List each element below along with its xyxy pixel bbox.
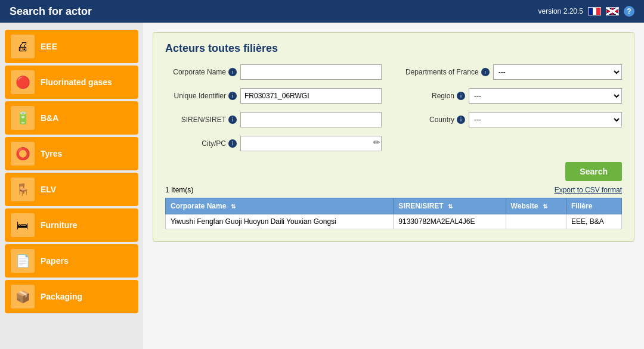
ba-icon: 🔋	[11, 106, 35, 130]
sidebar-item-label-packaging: Packaging	[41, 292, 82, 302]
region-row: Region i ---	[405, 88, 622, 104]
table-header-row: Corporate Name ⇅ SIREN/SIRET ⇅ Website ⇅	[166, 198, 622, 214]
unique-identifier-input[interactable]	[240, 88, 382, 104]
city-pc-label: City/PC i	[165, 139, 237, 148]
results-table: Corporate Name ⇅ SIREN/SIRET ⇅ Website ⇅	[165, 198, 622, 229]
results-count: 1 Item(s)	[165, 186, 193, 194]
siren-siret-input[interactable]	[240, 112, 382, 127]
form-col-right: Departments of France i --- Region i	[405, 64, 622, 155]
departments-row: Departments of France i ---	[405, 64, 622, 80]
siren-siret-row: SIREN/SIRET i	[165, 112, 382, 127]
tyres-icon: ⭕	[11, 142, 35, 166]
panel-title: Acteurs toutes filières	[165, 42, 622, 55]
sidebar-item-label-tyres: Tyres	[41, 149, 62, 159]
sidebar-item-label-ba: B&A	[41, 113, 58, 123]
siren-siret-info-icon[interactable]: i	[228, 116, 237, 124]
departments-label: Departments of France i	[405, 68, 490, 76]
papers-icon: 📄	[11, 249, 35, 273]
sidebar-item-packaging[interactable]: 📦 Packaging	[5, 280, 138, 313]
country-row: Country i ---	[405, 112, 622, 127]
sidebar-item-furniture[interactable]: 🛏 Furniture	[5, 208, 138, 242]
corporate-name-info-icon[interactable]: i	[228, 68, 237, 76]
fluorinated-gases-icon: 🔴	[11, 70, 35, 94]
sidebar-item-label-papers: Papers	[41, 256, 69, 266]
flag-fr-icon[interactable]	[588, 7, 601, 15]
form-grid: Corporate Name i Unique Identifier i	[165, 64, 622, 155]
main-layout: 🖨 EEE 🔴 Fluorinated gases 🔋 B&A ⭕ Tyres …	[0, 23, 644, 349]
region-label: Region i	[405, 92, 465, 100]
furniture-icon: 🛏	[11, 213, 35, 237]
content-area: Acteurs toutes filières Corporate Name i…	[143, 23, 644, 349]
cell-siren_siret: 91330782MA2EAL4J6E	[394, 214, 506, 229]
sidebar-item-fluorinated-gases[interactable]: 🔴 Fluorinated gases	[5, 66, 138, 99]
unique-identifier-label: Unique Identifier i	[165, 92, 237, 100]
flag-uk-icon[interactable]	[606, 7, 619, 15]
sort-website-icon: ⇅	[543, 203, 547, 210]
unique-identifier-info-icon[interactable]: i	[228, 92, 237, 100]
col-corporate-name[interactable]: Corporate Name ⇅	[166, 198, 394, 214]
sort-siren-icon: ⇅	[448, 203, 453, 210]
sidebar-item-ba[interactable]: 🔋 B&A	[5, 101, 138, 135]
page-title: Search for actor	[10, 5, 92, 18]
top-bar-right: version 2.20.5 ?	[538, 6, 634, 17]
siren-siret-label: SIREN/SIRET i	[165, 116, 237, 124]
sidebar-item-elv[interactable]: 🪑 ELV	[5, 173, 138, 206]
col-siren-siret[interactable]: SIREN/SIRET ⇅	[394, 198, 506, 214]
country-select[interactable]: ---	[469, 112, 622, 127]
search-btn-row: Search	[165, 162, 622, 181]
sidebar-item-label-fluorinated-gases: Fluorinated gases	[41, 77, 112, 88]
city-pc-input-wrapper: ✏	[240, 136, 382, 151]
results-header: 1 Item(s) Export to CSV format	[165, 186, 622, 194]
search-panel: Acteurs toutes filières Corporate Name i…	[153, 32, 634, 242]
city-pc-row: City/PC i ✏	[165, 136, 382, 151]
city-pc-input[interactable]	[240, 136, 382, 151]
departments-select[interactable]: ---	[493, 64, 622, 80]
cell-website	[506, 214, 566, 229]
form-col-left: Corporate Name i Unique Identifier i	[165, 64, 382, 155]
cell-filiere: EEE, B&A	[566, 214, 621, 229]
col-filiere[interactable]: Filière	[566, 198, 621, 214]
sidebar: 🖨 EEE 🔴 Fluorinated gases 🔋 B&A ⭕ Tyres …	[0, 23, 143, 349]
country-info-icon[interactable]: i	[457, 116, 465, 124]
corporate-name-row: Corporate Name i	[165, 64, 382, 80]
top-bar: Search for actor version 2.20.5 ?	[0, 0, 644, 23]
sidebar-item-label-elv: ELV	[41, 185, 56, 195]
city-pc-edit-button[interactable]: ✏	[373, 138, 380, 147]
sidebar-item-label-furniture: Furniture	[41, 220, 77, 230]
corporate-name-input[interactable]	[240, 64, 382, 80]
sidebar-item-papers[interactable]: 📄 Papers	[5, 244, 138, 278]
unique-identifier-row: Unique Identifier i	[165, 88, 382, 104]
elv-icon: 🪑	[11, 177, 35, 201]
region-info-icon[interactable]: i	[457, 92, 465, 100]
sidebar-item-tyres[interactable]: ⭕ Tyres	[5, 137, 138, 170]
departments-info-icon[interactable]: i	[481, 68, 490, 76]
table-row: Yiwushi Fengfan Guoji Huoyun Daili Youxi…	[166, 214, 622, 229]
help-icon[interactable]: ?	[624, 6, 634, 17]
export-csv-link[interactable]: Export to CSV format	[555, 186, 622, 194]
packaging-icon: 📦	[11, 285, 35, 309]
table-body: Yiwushi Fengfan Guoji Huoyun Daili Youxi…	[166, 214, 622, 229]
eee-icon: 🖨	[11, 35, 35, 58]
sidebar-item-label-eee: EEE	[41, 42, 57, 52]
sort-corporate-name-icon: ⇅	[231, 203, 236, 210]
country-label: Country i	[405, 116, 465, 124]
city-pc-info-icon[interactable]: i	[228, 139, 237, 148]
cell-corporate_name: Yiwushi Fengfan Guoji Huoyun Daili Youxi…	[166, 214, 394, 229]
version-text: version 2.20.5	[538, 7, 583, 15]
table-header: Corporate Name ⇅ SIREN/SIRET ⇅ Website ⇅	[166, 198, 622, 214]
search-button[interactable]: Search	[565, 162, 622, 181]
sidebar-item-eee[interactable]: 🖨 EEE	[5, 30, 138, 63]
region-select[interactable]: ---	[469, 88, 622, 104]
corporate-name-label: Corporate Name i	[165, 68, 237, 76]
col-website[interactable]: Website ⇅	[506, 198, 566, 214]
